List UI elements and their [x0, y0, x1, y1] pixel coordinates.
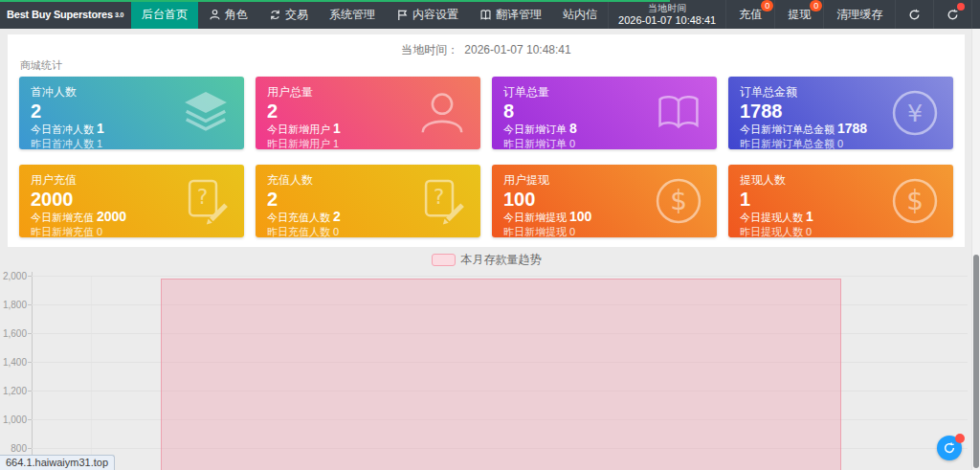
- stat-card-user-withdraw[interactable]: 用户提现 100 今日新增提现100 昨日新增提现0 $: [492, 165, 717, 237]
- menu-item-content[interactable]: 内容设置: [386, 0, 469, 29]
- app-logo-text: Best Buy Superstores: [7, 9, 113, 20]
- chart-legend[interactable]: 本月存款量趋势: [0, 252, 972, 268]
- loading-progress-bar: [0, 0, 670, 2]
- y-axis-tick: [28, 304, 32, 305]
- app-version: 3.0: [115, 11, 123, 18]
- stat-card-total-users[interactable]: 用户总量 2 今日新增用户1 昨日新增用户1: [256, 77, 480, 149]
- edit-icon: ?: [180, 175, 232, 227]
- refresh-icon: [908, 9, 921, 21]
- translate-icon: [479, 9, 492, 21]
- vertical-scrollbar[interactable]: [971, 29, 980, 470]
- stat-card-withdraw-users[interactable]: 提现人数 1 今日提现人数1 昨日提现人数0 $: [728, 165, 953, 237]
- menu-item-trade[interactable]: 交易: [258, 0, 319, 29]
- svg-text:$: $: [670, 185, 687, 216]
- scrollbar-thumb[interactable]: [973, 255, 979, 468]
- flag-icon: [396, 9, 409, 21]
- notification-dot: [957, 3, 965, 11]
- y-axis-tick: [28, 391, 32, 392]
- svg-text:?: ?: [434, 185, 444, 209]
- app-logo[interactable]: Best Buy Superstores3.0: [0, 0, 131, 29]
- stat-card-order-amount[interactable]: 订单总金额 1788 今日新增订单总金额1788 昨日新增订单总金额0 ¥: [728, 77, 953, 149]
- circular-arrow-icon: [943, 441, 956, 455]
- navbar-right: 当地时间 2026-01-07 10:48:41 充值 0 提现 0 清理缓存: [608, 0, 980, 29]
- y-axis-tick-label: 1,400: [0, 357, 27, 368]
- refresh-fab[interactable]: [937, 436, 962, 460]
- local-time-label: 当地时间: [618, 3, 716, 14]
- y-axis-tick: [28, 276, 32, 277]
- y-axis-tick-label: 1,200: [0, 386, 27, 396]
- admin-dashboard: Best Buy Superstores3.0 后台首页 角色 交易 系统管理: [0, 0, 980, 470]
- menu-item-translate[interactable]: 翻译管理: [469, 0, 552, 29]
- y-axis-tick-label: 800: [0, 443, 27, 454]
- refresh-button[interactable]: [895, 0, 933, 29]
- svg-text:?: ?: [197, 185, 208, 209]
- withdraw-button[interactable]: 提现 0: [774, 0, 823, 29]
- stat-card-user-recharge[interactable]: 用户充值 2000 今日新增充值2000 昨日新增充值0 ?: [19, 165, 244, 237]
- person-icon: [209, 9, 221, 21]
- dollar-icon: $: [889, 175, 941, 227]
- status-url-tooltip: 664.1.haiwaiym31.top: [0, 455, 115, 470]
- withdraw-badge: 0: [810, 0, 822, 11]
- legend-label: 本月存款量趋势: [461, 252, 542, 268]
- sync-icon: [947, 9, 959, 21]
- exchange-icon: [269, 9, 281, 21]
- menu-item-home[interactable]: 后台首页: [131, 0, 198, 29]
- local-time-display: 当地时间 2026-01-07 10:48:41: [608, 0, 725, 29]
- stats-panel: 当地时间：2026-01-07 10:48:41 商城统计 首冲人数 2 今日首…: [8, 34, 965, 247]
- book-icon: [653, 87, 704, 139]
- menu-item-system[interactable]: 系统管理: [319, 0, 386, 29]
- edit-icon: ?: [416, 175, 468, 227]
- y-axis-tick-label: 1,000: [0, 414, 27, 425]
- dollar-icon: $: [653, 175, 704, 227]
- y-axis-tick-label: 2,000: [0, 271, 27, 281]
- y-axis-line: [32, 272, 33, 470]
- user-menu[interactable]: admin: [971, 0, 980, 29]
- yen-icon: ¥: [889, 87, 941, 139]
- recharge-button[interactable]: 充值 0: [725, 0, 774, 29]
- area-series[interactable]: [161, 279, 841, 470]
- svg-text:¥: ¥: [907, 100, 923, 127]
- svg-text:$: $: [906, 185, 924, 216]
- notifications-button[interactable]: [933, 0, 971, 29]
- top-navbar: Best Buy Superstores3.0 后台首页 角色 交易 系统管理: [0, 0, 980, 29]
- legend-swatch: [432, 254, 456, 266]
- stat-card-recharge-users[interactable]: 充值人数 2 今日充值人数2 昨日充值人数0 ?: [256, 165, 480, 237]
- stat-card-first-charge[interactable]: 首冲人数 2 今日首冲人数1 昨日首冲人数1: [19, 77, 244, 149]
- y-axis-tick: [28, 448, 32, 449]
- layers-icon: [180, 87, 232, 139]
- stat-card-total-orders[interactable]: 订单总量 8 今日新增订单8 昨日新增订单0: [492, 77, 717, 149]
- fab-notification-dot: [955, 434, 965, 443]
- main-menu: 后台首页 角色 交易 系统管理 内容设置 翻译管理: [131, 0, 608, 29]
- stat-cards: 首冲人数 2 今日首冲人数1 昨日首冲人数1 用户总量 2 今日新增用户1 昨日…: [19, 77, 953, 237]
- y-axis-tick: [28, 333, 32, 334]
- y-axis-tick-label: 1,800: [0, 300, 27, 310]
- user-icon: [416, 87, 468, 139]
- y-axis-tick: [28, 362, 32, 363]
- section-title: 商城统计: [20, 58, 62, 73]
- y-axis-tick: [28, 419, 32, 420]
- local-time-line: 当地时间：2026-01-07 10:48:41: [8, 42, 965, 58]
- y-gridline: [32, 276, 968, 277]
- menu-item-roles[interactable]: 角色: [198, 0, 258, 29]
- clear-cache-button[interactable]: 清理缓存: [823, 0, 895, 29]
- y-axis-tick-label: 1,600: [0, 328, 27, 339]
- local-time-value: 2026-01-07 10:48:41: [618, 14, 716, 27]
- menu-item-mail[interactable]: 站内信: [552, 0, 608, 29]
- recharge-badge: 0: [761, 0, 773, 11]
